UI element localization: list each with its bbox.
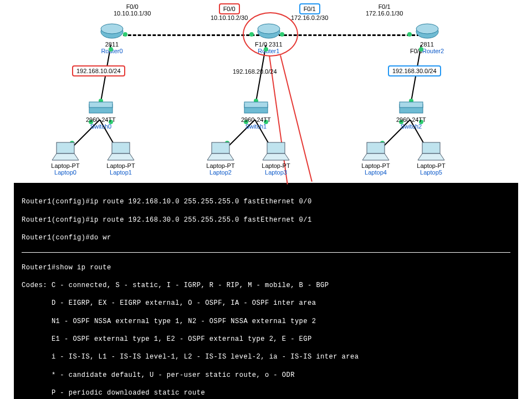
subnet-r0: 192.168.10.0/24 (72, 65, 125, 76)
cli-line: E1 - OSPF external type 1, E2 - OSPF ext… (22, 335, 510, 344)
r1-iface-f01: F0/1 (299, 3, 320, 14)
laptop5-name: Laptop5 (416, 169, 447, 176)
laptop1-type: Laptop-PT (105, 162, 136, 169)
laptop4-type: Laptop-PT (360, 162, 391, 169)
link-router1-router2 (279, 34, 420, 36)
router2-model: 2811 (410, 41, 444, 48)
link-dot (407, 32, 412, 37)
r0-ip-f00: 10.10.10.1/30 (114, 10, 151, 17)
svg-marker-23 (418, 154, 444, 160)
laptop0-type: Laptop-PT (50, 162, 81, 169)
laptop-icon (105, 141, 136, 162)
svg-marker-13 (52, 154, 79, 160)
router-icon (257, 22, 281, 41)
router0-model: 2811 (100, 41, 124, 48)
svg-marker-19 (263, 154, 289, 160)
switch2-node[interactable]: 2960-24TT Switch2 (396, 100, 426, 130)
svg-point-3 (258, 24, 280, 34)
svg-marker-15 (108, 154, 134, 160)
link-dot (249, 32, 254, 37)
router1-model: 2311 (269, 41, 282, 48)
subnet-r1: 192.168.20.0/24 (233, 68, 277, 75)
r0-iface-f00: F0/0 (114, 3, 151, 10)
laptop2-type: Laptop-PT (205, 162, 236, 169)
svg-point-5 (416, 24, 438, 34)
laptop-icon (360, 141, 391, 162)
terminal-divider (22, 252, 510, 253)
subnet-r2: 192.168.30.0/24 (388, 65, 441, 76)
switch0-name: Switch0 (86, 123, 116, 130)
cli-line: D - EIGRP, EX - EIGRP external, O - OSPF… (22, 299, 510, 308)
cli-terminal[interactable]: Router1(config)#ip route 192.168.10.0 25… (14, 183, 518, 399)
svg-rect-7 (89, 102, 112, 108)
cli-line: N1 - OSPF NSSA external type 1, N2 - OSP… (22, 317, 510, 326)
cli-line: Router1(config)#do wr (22, 233, 510, 242)
svg-rect-18 (267, 142, 285, 154)
r1-ip-f01: 172.16.0.2/30 (291, 14, 328, 21)
network-topology-canvas[interactable]: F0/0 10.10.10.1/30 F0/0 10.10.10.2/30 F0… (0, 0, 532, 183)
svg-rect-16 (212, 142, 229, 154)
switch1-model: 2960-24TT (241, 116, 271, 123)
svg-rect-20 (367, 142, 385, 154)
laptop-icon (50, 141, 81, 162)
router-icon (100, 22, 124, 41)
svg-rect-14 (112, 142, 130, 154)
cli-line: Codes: C - connected, S - static, I - IG… (22, 281, 510, 290)
switch-icon (87, 100, 115, 116)
switch2-name: Switch2 (396, 123, 426, 130)
link-dot (419, 47, 423, 52)
link-dot (264, 47, 268, 52)
svg-rect-12 (57, 142, 74, 154)
r1-iface-f00: F0/0 (219, 3, 240, 14)
r1-ip-f00: 10.10.10.2/30 (211, 14, 248, 21)
switch-icon (397, 100, 425, 116)
svg-rect-11 (400, 102, 423, 108)
svg-marker-17 (207, 154, 234, 160)
laptop1-node[interactable]: Laptop-PT Laptop1 (105, 141, 136, 176)
laptop-icon (260, 141, 291, 162)
link-dot (109, 47, 113, 52)
laptop2-name: Laptop2 (205, 169, 236, 176)
switch1-node[interactable]: 2960-24TT Switch1 (241, 100, 271, 130)
svg-rect-9 (244, 102, 268, 108)
switch1-name: Switch1 (241, 123, 271, 130)
r2-ip-f01: 172.16.0.1/30 (366, 10, 403, 17)
svg-point-1 (101, 24, 123, 34)
laptop3-name: Laptop3 (260, 169, 291, 176)
laptop-icon (205, 141, 236, 162)
laptop0-node[interactable]: Laptop-PT Laptop0 (50, 141, 81, 176)
laptop1-name: Laptop1 (105, 169, 136, 176)
switch0-node[interactable]: 2960-24TT Switch0 (86, 100, 116, 130)
switch0-model: 2960-24TT (86, 116, 116, 123)
laptop5-node[interactable]: Laptop-PT Laptop5 (416, 141, 447, 176)
cli-line: * - candidate default, U - per-user stat… (22, 371, 510, 380)
laptop3-node[interactable]: Laptop-PT Laptop3 (260, 141, 291, 176)
laptop5-type: Laptop-PT (416, 162, 447, 169)
router-icon (415, 22, 439, 41)
router2-name: Router2 (422, 48, 444, 54)
switch2-model: 2960-24TT (396, 116, 426, 123)
switch-icon (242, 100, 270, 116)
svg-rect-22 (422, 142, 440, 154)
cli-line: Router1(config)#ip route 192.168.30.0 25… (22, 216, 510, 224)
laptop0-name: Laptop0 (50, 169, 81, 176)
laptop-icon (416, 141, 447, 162)
router2-node[interactable]: 2811 F0/0Router2 (410, 22, 444, 54)
link-dot (280, 32, 284, 37)
link-dot (123, 32, 127, 37)
svg-marker-21 (362, 154, 389, 160)
cli-line: Router1(config)#ip route 192.168.10.0 25… (22, 197, 510, 206)
laptop4-name: Laptop4 (360, 169, 391, 176)
router1-node[interactable]: F1/0 2311 Router1 (255, 22, 283, 54)
r2-iface-f01: F0/1 (366, 3, 403, 10)
router1-name: Router1 (255, 48, 283, 54)
cli-line: Router1#show ip route (22, 263, 510, 272)
laptop3-type: Laptop-PT (260, 162, 291, 169)
cli-line: P - periodic downloaded static route (22, 388, 510, 397)
cli-line: i - IS-IS, L1 - IS-IS level-1, L2 - IS-I… (22, 352, 510, 361)
laptop2-node[interactable]: Laptop-PT Laptop2 (205, 141, 236, 176)
laptop4-node[interactable]: Laptop-PT Laptop4 (360, 141, 391, 176)
